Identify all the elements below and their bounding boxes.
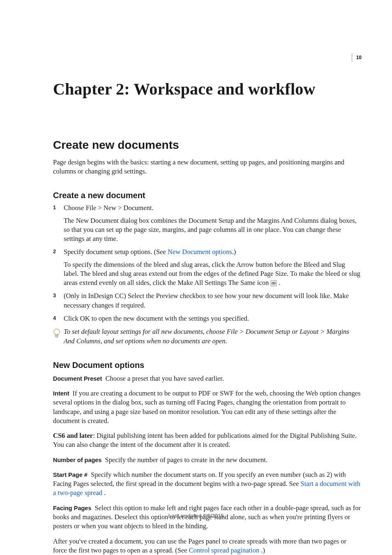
document-page: 10 Chapter 2: Workspace and workflow Cre…	[0, 0, 392, 555]
step-2-after-icon: .	[277, 279, 280, 287]
desc-start-page-post: .	[102, 489, 106, 497]
term-facing-pages: Facing Pages	[53, 505, 91, 511]
step-1-desc: The New Document dialog box combines the…	[64, 216, 362, 244]
term-start-page: Start Page #	[53, 472, 88, 478]
step-2-desc: To specify the dimensions of the bleed a…	[64, 260, 362, 288]
svg-point-3	[54, 329, 60, 335]
desc-document-preset: Choose a preset that you have saved earl…	[105, 375, 224, 382]
desc-intent: If you are creating a document to be out…	[53, 389, 360, 425]
lightbulb-icon	[53, 328, 60, 340]
after-facing-post: .)	[259, 546, 265, 554]
page-number: 10	[352, 53, 362, 62]
link-new-document-options[interactable]: New Document options	[168, 248, 232, 256]
cs6-rest: : Digital publishing intent has been add…	[53, 432, 357, 449]
section-intro: Page design begins with the basics: star…	[53, 158, 362, 176]
step-1: Choose File > New > Document. The New Do…	[53, 204, 362, 243]
step-4: Click OK to open the new document with t…	[53, 314, 362, 323]
link-control-spread-pagination[interactable]: Control spread pagination	[189, 546, 259, 554]
tip-text: To set default layout settings for all n…	[64, 328, 349, 345]
def-document-preset: Document Preset Choose a preset that you…	[53, 374, 362, 383]
term-document-preset: Document Preset	[53, 375, 102, 382]
step-2-pre: Specify document setup options. (See	[64, 248, 168, 256]
steps-list: Choose File > New > Document. The New Do…	[53, 204, 362, 323]
tip-block: To set default layout settings for all n…	[53, 327, 362, 346]
chapter-title: Chapter 2: Workspace and workflow	[53, 78, 362, 100]
page-number-value: 10	[356, 55, 362, 60]
step-1-text: Choose File > New > Document.	[64, 204, 153, 212]
term-number-of-pages: Number of pages	[53, 457, 101, 463]
def-number-of-pages: Number of pages Specify the number of pa…	[53, 456, 362, 465]
chain-link-icon	[270, 280, 277, 287]
term-intent: Intent	[53, 390, 69, 397]
subheading-options: New Document options	[53, 360, 362, 371]
section-heading: Create new documents	[53, 137, 362, 153]
step-2: Specify document setup options. (See New…	[53, 247, 362, 287]
desc-number-of-pages: Specify the number of pages to create in…	[105, 456, 267, 464]
cs6-bold: CS6 and later	[53, 432, 93, 439]
page-footer: Last updated 6/6/2015	[0, 512, 392, 520]
step-3: (Only in InDesign CC) Select the Preview…	[53, 291, 362, 310]
cs6-note: CS6 and later: Digital publishing intent…	[53, 431, 362, 450]
step-2-post: .)	[232, 248, 236, 256]
def-intent: Intent If you are creating a document to…	[53, 389, 362, 426]
after-facing-note: After you've created a document, you can…	[53, 537, 362, 555]
subheading-create: Create a new document	[53, 190, 362, 201]
page-content: Chapter 2: Workspace and workflow Create…	[53, 78, 362, 506]
def-start-page: Start Page # Specify which number the do…	[53, 470, 362, 498]
step-2-desc-text: To specify the dimensions of the bleed a…	[64, 261, 360, 287]
